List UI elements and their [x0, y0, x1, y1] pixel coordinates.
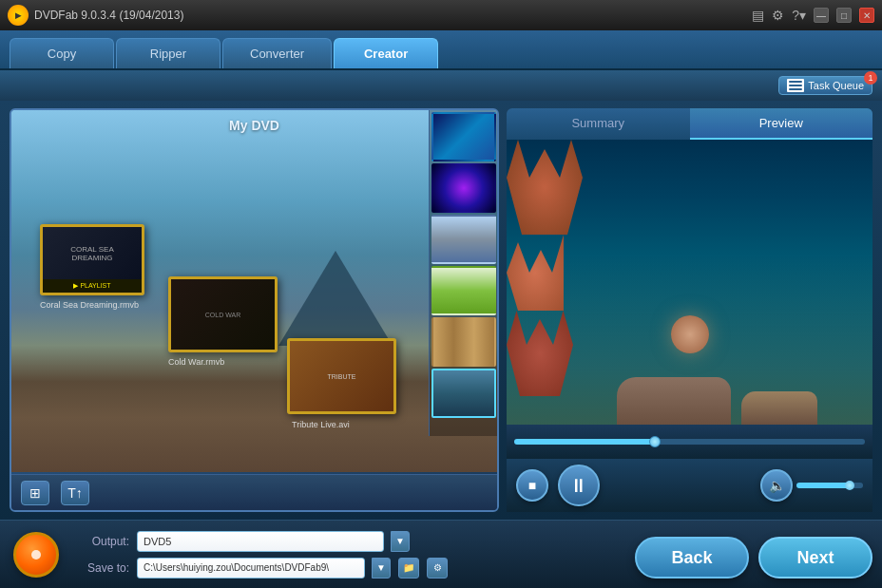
thumb-overlay-3[interactable]: TRIBUTE	[287, 338, 396, 414]
help-icon[interactable]: ?▾	[792, 8, 806, 23]
left-toolbar: ⊞ T↑	[11, 474, 497, 510]
title-bar: ▶ DVDFab 9.0.3.4 (19/04/2013) ▤ ⚙ ?▾ — □…	[0, 0, 882, 30]
nav-buttons: Back Next	[635, 537, 872, 579]
thumb2-preview: COLD WAR	[171, 279, 275, 350]
sea-urchin	[671, 315, 709, 353]
thumb1-label: Coral Sea Dreaming.rmvb	[40, 300, 139, 472]
dvd-disc-icon	[13, 532, 59, 578]
output-label: Output:	[72, 535, 129, 548]
strip-thumb-5[interactable]	[431, 317, 496, 367]
volume-button[interactable]: 🔈	[760, 469, 793, 502]
strip-thumb-2[interactable]	[431, 163, 496, 213]
system-tray-icon[interactable]: ▤	[752, 8, 764, 23]
thumb1-bar: ▶ PLAYLIST	[43, 279, 142, 293]
volume-area: 🔈	[609, 469, 863, 502]
thumb-overlay-2[interactable]: COLD WAR	[168, 276, 278, 352]
title-left: ▶ DVDFab 9.0.3.4 (19/04/2013)	[8, 5, 183, 26]
thumb-overlay-1[interactable]: CORAL SEADREAMING ▶ PLAYLIST	[40, 224, 144, 295]
output-dropdown-arrow[interactable]: ▼	[391, 531, 410, 552]
disc-hole	[31, 550, 41, 560]
browse-folder-button[interactable]: 📁	[398, 558, 419, 579]
thumbnail-strip	[429, 110, 497, 436]
task-queue-label: Task Queue	[808, 80, 864, 91]
tab-creator[interactable]: Creator	[334, 38, 438, 68]
title-controls: ▤ ⚙ ?▾ — □ ✕	[752, 8, 874, 23]
thumb2-label: Cold War.rmvb	[168, 357, 224, 367]
task-queue-bar: Task Queue 1	[0, 70, 882, 101]
video-controls	[507, 425, 872, 459]
tab-converter[interactable]: Converter	[222, 38, 332, 68]
thumb3-label: Tribute Live.avi	[292, 420, 350, 429]
thumb1-preview: CORAL SEADREAMING	[43, 227, 142, 279]
tab-bar: Copy Ripper Converter Creator	[0, 30, 882, 70]
volume-bar[interactable]	[796, 483, 863, 488]
tab-summary[interactable]: Summary	[507, 108, 690, 140]
text-button[interactable]: T↑	[61, 481, 89, 505]
coral-2	[507, 235, 564, 311]
back-button[interactable]: Back	[635, 537, 749, 579]
seek-bar[interactable]	[514, 439, 865, 445]
minimize-button[interactable]: —	[814, 8, 829, 23]
coral-3	[507, 311, 573, 396]
left-panel: My DVD CORAL SEADREAMING ▶ PLAYLIST Cora…	[10, 108, 499, 512]
task-queue-icon	[787, 79, 804, 92]
maximize-button[interactable]: □	[836, 8, 852, 23]
coral-1	[507, 140, 583, 235]
mountain-silhouette	[278, 251, 393, 346]
right-panel: Summary Preview ■	[507, 108, 872, 512]
tab-ripper[interactable]: Ripper	[116, 38, 220, 68]
task-queue-badge: 1	[864, 71, 877, 85]
tab-copy[interactable]: Copy	[10, 38, 114, 68]
preview-video	[507, 140, 872, 425]
saveto-label: Save to:	[72, 561, 129, 575]
playback-controls: ■ ⏸ 🔈	[507, 459, 872, 512]
thumb3-preview: TRIBUTE	[290, 341, 393, 411]
output-input[interactable]: DVD5	[137, 531, 384, 552]
saveto-dropdown-arrow[interactable]: ▼	[372, 558, 391, 579]
close-button[interactable]: ✕	[859, 8, 874, 23]
strip-thumb-3[interactable]	[431, 215, 496, 264]
settings-icon[interactable]: ⚙	[772, 8, 784, 23]
rock-2	[741, 391, 817, 425]
seek-thumb[interactable]	[649, 436, 661, 447]
saveto-input[interactable]: C:\Users\huiying.zou\Documents\DVDFab9\	[137, 558, 365, 579]
pause-button[interactable]: ⏸	[558, 465, 600, 506]
stop-button[interactable]: ■	[516, 469, 548, 502]
coral-scene	[507, 140, 872, 425]
bottom-bar: Output: DVD5 ▼ Save to: C:\Users\huiying…	[0, 520, 882, 588]
dvd-title: My DVD	[11, 118, 497, 133]
settings-path-button[interactable]: ⚙	[427, 558, 448, 579]
strip-thumb-6[interactable]	[431, 369, 496, 418]
rock-1	[617, 377, 731, 425]
strip-thumb-1[interactable]	[431, 112, 496, 161]
task-queue-button[interactable]: Task Queue 1	[778, 76, 872, 95]
layout-button[interactable]: ⊞	[21, 481, 49, 505]
app-title: DVDFab 9.0.3.4 (19/04/2013)	[34, 9, 183, 22]
dvdfab-logo: ▶	[8, 5, 29, 26]
volume-thumb[interactable]	[845, 481, 854, 490]
dvd-preview-area: My DVD CORAL SEADREAMING ▶ PLAYLIST Cora…	[11, 110, 497, 472]
next-button[interactable]: Next	[758, 537, 872, 579]
tab-preview[interactable]: Preview	[690, 108, 873, 140]
preview-tabs: Summary Preview	[507, 108, 872, 140]
strip-thumb-4[interactable]	[431, 266, 496, 315]
main-content: My DVD CORAL SEADREAMING ▶ PLAYLIST Cora…	[0, 101, 882, 520]
